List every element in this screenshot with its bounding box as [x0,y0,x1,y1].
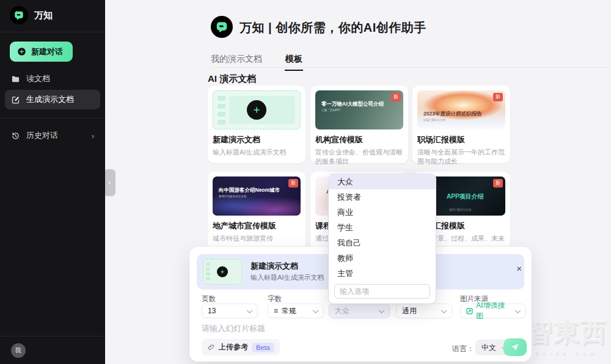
dropdown-option[interactable]: 商业 [329,205,436,220]
dropdown-option[interactable]: 投资者 [329,189,436,205]
tab-bar: 我的演示文档 模板 [211,54,302,71]
slide-title-input[interactable] [202,324,464,333]
sidebar: 万知 新建对话 读文档 生成演示文档 历史对话 › 我 [0,0,105,364]
pages-select[interactable]: 13 [202,304,258,318]
chevron-left-icon: ‹ [109,178,111,187]
image-source-select[interactable]: AI增强搜图 [460,304,526,318]
new-badge: 新 [391,93,401,101]
new-presentation-thumbnail [213,90,301,129]
chevron-down-icon [313,307,319,313]
upload-reference-button[interactable]: 上传参考 Beta [202,339,280,355]
sidebar-divider [0,118,105,118]
card-template-work-report[interactable]: 2023年度设计师述职报告 职场汇报演示文档 新 职场汇报模版 清晰与全面展示一… [412,86,510,163]
plus-circle-icon [17,47,26,56]
send-button[interactable] [503,338,527,356]
card-template-org-promo[interactable]: 零一万物AI大模型公司介绍 汇报：万知PPT 新 机构宣传模版 宣传企业使命、价… [310,86,408,163]
plus-icon [217,266,228,277]
app-window: 万知 新建对话 读文档 生成演示文档 历史对话 › 我 ‹ [0,0,611,364]
user-avatar[interactable]: 我 [11,343,26,358]
page-logo-icon [211,16,233,38]
watermark-url: zhidx.com [527,351,607,357]
dropdown-option[interactable]: 学生 [329,220,436,235]
paper-plane-icon [510,343,520,352]
chevron-right-icon: › [92,131,94,140]
language-label: 语言： [452,344,474,354]
card-new-presentation[interactable]: 新建演示文档 输入标题AI生成演示文档 [208,86,306,163]
dropdown-option[interactable]: 主管 [329,266,436,281]
panel-title: 新建演示文档 [251,261,298,272]
dropdown-option[interactable]: 教师 [329,250,436,266]
plus-icon [247,100,266,120]
new-chat-label: 新建对话 [31,46,63,57]
template-thumbnail: 向中国游客介绍Neom城市 旅游活动宣传演示文档 新 [213,177,301,216]
brand-name: 万知 [34,10,53,21]
chevron-down-icon [379,307,385,313]
sidebar-item-label: 读文档 [26,73,50,84]
dropdown-option[interactable]: 大众 [329,174,436,189]
upload-reference-label: 上传参考 [219,342,248,352]
card-template-city-promo[interactable]: 向中国游客介绍Neom城市 旅游活动宣传演示文档 新 地产城市宣传模版 城市特征… [208,172,306,249]
card-subtitle: 宣传企业使命、价值观与清晰的服务项目 [315,148,403,166]
tab-templates[interactable]: 模板 [285,54,302,71]
chevron-down-icon [247,307,253,313]
sidebar-footer: 我 [0,336,105,364]
sidebar-item-label: 生成演示文档 [26,94,74,105]
pages-label: 页数 [202,294,216,304]
words-select[interactable]: ≡ 常规 [268,304,324,318]
folder-icon [11,75,20,84]
audience-select[interactable]: 大众 [329,304,390,318]
mini-thumbnail [203,259,242,285]
sidebar-item-history[interactable]: 历史对话 › [5,126,100,145]
history-icon [11,131,20,140]
paperclip-icon [207,343,215,351]
sidebar-item-generate-slides[interactable]: 生成演示文档 [5,90,100,109]
sidebar-logo: 万知 [0,0,105,32]
sidebar-item-label: 历史对话 [26,130,58,141]
card-subtitle: 城市特征与旅游宣传 [213,234,301,243]
watermark: 智東西 zhidx.com [527,315,607,357]
page-title: 万知 | 创你所需，你的AI创作助手 [240,20,426,36]
beta-badge: Beta [252,343,274,352]
lines-icon: ≡ [274,307,278,315]
card-title: 职场汇报模版 [417,134,505,145]
sidebar-divider [0,336,105,337]
chevron-down-icon [441,307,447,313]
card-title: 新建演示文档 [213,134,301,145]
card-title: 地产城市宣传模版 [213,220,301,231]
custom-option-input[interactable] [334,284,430,299]
new-badge: 新 [493,93,503,101]
chevron-down-icon [515,307,521,313]
template-thumbnail: 2023年度设计师述职报告 职场汇报演示文档 新 [417,90,505,129]
new-badge: 新 [288,179,298,187]
new-badge: 新 [493,179,503,187]
sidebar-collapse-handle[interactable]: ‹ [104,169,115,196]
card-title: 机构宣传模版 [315,134,403,145]
words-label: 字数 [268,294,282,304]
audience-dropdown: 大众 投资者 商业 学生 我自己 教师 主管 [329,174,436,304]
sidebar-divider [0,32,105,32]
watermark-text: 智東西 [527,315,607,349]
scene-select[interactable]: 通用 [396,304,452,318]
section-title: AI 演示文档 [208,73,256,85]
edit-icon [11,95,20,104]
template-thumbnail: 零一万物AI大模型公司介绍 汇报：万知PPT 新 [315,90,403,129]
tab-my-documents[interactable]: 我的演示文档 [211,54,262,71]
tabs-divider [211,67,607,68]
close-icon[interactable]: × [516,264,522,273]
wanzhi-logo-icon [10,6,28,24]
panel-subtitle: 输入标题AI生成演示文档 [251,273,324,282]
image-enhance-icon [466,308,473,315]
dropdown-option[interactable]: 我自己 [329,235,436,250]
card-subtitle: 输入标题AI生成演示文档 [213,148,301,157]
new-chat-button[interactable]: 新建对话 [10,42,73,62]
sidebar-item-read-doc[interactable]: 读文档 [5,69,100,89]
card-subtitle: 清晰与全面展示一年的工作范围与能力成长 [417,148,505,166]
